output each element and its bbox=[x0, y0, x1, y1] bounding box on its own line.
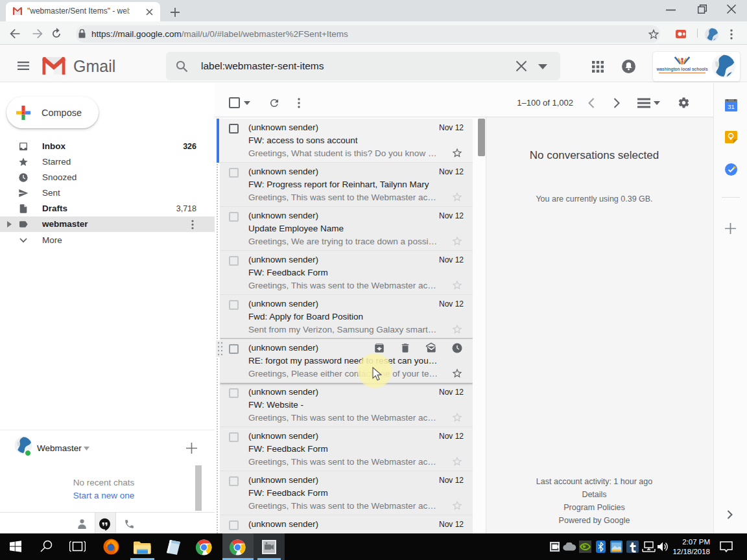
svg-text:31: 31 bbox=[728, 103, 735, 110]
